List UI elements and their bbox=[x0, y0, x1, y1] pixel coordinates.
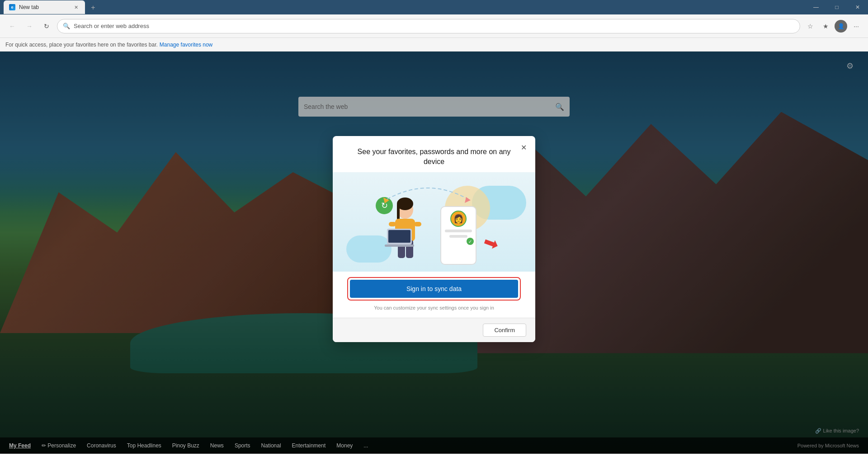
account-icon[interactable]: 👤 bbox=[835, 20, 847, 33]
phone-illustration: 👩 ✓ bbox=[440, 206, 476, 265]
active-tab[interactable]: e New tab ✕ bbox=[4, 0, 85, 14]
window-controls: — □ ✕ bbox=[806, 0, 868, 14]
minimize-button[interactable]: — bbox=[806, 0, 826, 14]
phone-avatar: 👩 bbox=[450, 211, 467, 227]
sync-note-text: You can customize your sync settings onc… bbox=[333, 302, 535, 318]
svg-rect-4 bbox=[389, 222, 396, 226]
tab-bar-inner: e New tab ✕ + bbox=[4, 0, 864, 14]
menu-button[interactable]: ··· bbox=[850, 20, 863, 33]
sign-in-button[interactable]: Sign in to sync data bbox=[350, 280, 518, 298]
close-button[interactable]: ✕ bbox=[847, 0, 868, 14]
profile-avatar: 👤 bbox=[835, 20, 847, 33]
favorites-text: For quick access, place your favorites h… bbox=[5, 42, 158, 48]
address-right-icons: ☆ ★ 👤 ··· bbox=[804, 20, 863, 33]
arrow-illustration: ➡ bbox=[481, 231, 502, 256]
sync-arc-illustration bbox=[382, 177, 473, 204]
tab-favicon: e bbox=[9, 4, 15, 10]
title-bar: e New tab ✕ + — □ ✕ bbox=[0, 0, 868, 14]
favorites-icon[interactable]: ☆ bbox=[804, 20, 816, 33]
svg-rect-9 bbox=[388, 230, 410, 243]
browser-content: ⚙ 🔍 O Office + 🔗 Like this image? My Fee… bbox=[0, 52, 868, 454]
modal-overlay: ✕ See your favorites, passwords and more… bbox=[0, 52, 868, 454]
address-input[interactable]: 🔍 Search or enter web address bbox=[57, 19, 800, 33]
manage-favorites-link[interactable]: Manage favorites now bbox=[160, 42, 212, 48]
favorites-bar: For quick access, place your favorites h… bbox=[0, 38, 868, 52]
svg-rect-10 bbox=[385, 244, 414, 247]
person-laptop-illustration bbox=[373, 197, 428, 269]
modal-footer: Confirm bbox=[333, 318, 535, 342]
sign-in-wrapper: Sign in to sync data bbox=[333, 272, 535, 302]
phone-line-1 bbox=[445, 230, 472, 232]
forward-button[interactable]: → bbox=[23, 19, 36, 33]
sync-modal: ✕ See your favorites, passwords and more… bbox=[333, 136, 535, 343]
back-button[interactable]: ← bbox=[5, 19, 19, 33]
new-tab-button[interactable]: + bbox=[87, 1, 99, 14]
svg-rect-2 bbox=[397, 204, 400, 220]
modal-illustration: ↻ bbox=[333, 172, 535, 272]
address-bar: ← → ↻ 🔍 Search or enter web address ☆ ★ … bbox=[0, 14, 868, 38]
refresh-button[interactable]: ↻ bbox=[40, 19, 53, 33]
modal-close-button[interactable]: ✕ bbox=[517, 141, 530, 154]
modal-title: See your favorites, passwords and more o… bbox=[347, 147, 521, 167]
modal-header: See your favorites, passwords and more o… bbox=[333, 136, 535, 173]
tab-title: New tab bbox=[19, 4, 39, 10]
maximize-button[interactable]: □ bbox=[826, 0, 847, 14]
phone-line-2 bbox=[449, 235, 467, 238]
collections-icon[interactable]: ★ bbox=[819, 20, 832, 33]
phone-badge: ✓ bbox=[467, 238, 474, 245]
search-icon: 🔍 bbox=[63, 23, 70, 29]
svg-rect-5 bbox=[414, 222, 421, 226]
address-text: Search or enter web address bbox=[74, 23, 794, 29]
sign-in-highlight-box: Sign in to sync data bbox=[347, 277, 521, 301]
confirm-button[interactable]: Confirm bbox=[483, 324, 526, 337]
tab-close-btn[interactable]: ✕ bbox=[72, 4, 80, 11]
